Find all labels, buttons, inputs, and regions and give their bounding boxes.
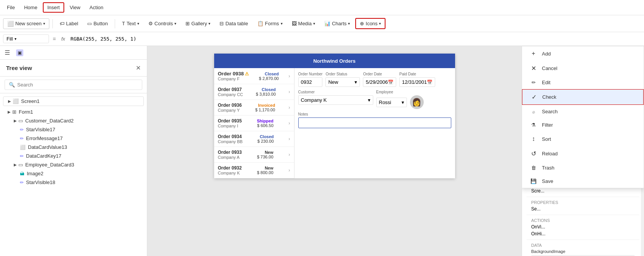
tree-item-starvisible17[interactable]: ✏ StarVisible17 <box>0 125 147 134</box>
tree-item-image2[interactable]: 🏔 Image2 <box>0 169 147 178</box>
menu-bar: File Home Insert View Action <box>0 0 644 15</box>
icon-menu-sort[interactable]: ↕ Sort <box>522 132 644 146</box>
icon-menu-check[interactable]: ✓ Check <box>522 89 644 105</box>
expand-screen1[interactable]: ▶ <box>8 99 11 103</box>
trash-symbol: 🗑 <box>530 165 537 171</box>
warning-icon-0938: ⚠ <box>245 71 249 77</box>
employee-dropdown[interactable]: Rossi ▾ <box>376 98 407 107</box>
order-status-0937: Closed <box>262 87 276 92</box>
order-row-0937[interactable]: Order 0937 Company CC Closed $ 3,810.00 … <box>214 84 294 100</box>
sidebar-close-button[interactable]: ✕ <box>136 64 141 72</box>
tree-item-errormessage17[interactable]: ✏ ErrorMessage17 <box>0 134 147 143</box>
menu-view[interactable]: View <box>66 3 84 12</box>
tree-item-starvisible18[interactable]: ✏ StarVisible18 <box>0 178 147 187</box>
icon-menu-cancel[interactable]: ✕ Cancel <box>522 61 644 76</box>
order-row-0938[interactable]: Order 0938 ⚠ Company F Closed $ 2,870.00… <box>214 68 294 84</box>
order-row-0932[interactable]: Order 0932 Company K New $ 800.00 › <box>214 163 294 178</box>
order-chevron-0934: › <box>288 136 290 142</box>
reload-label: Reload <box>542 151 558 157</box>
reload-symbol: ↺ <box>530 150 537 157</box>
label-button[interactable]: 🏷 Label <box>56 19 82 28</box>
formula-fx-label: fx <box>60 36 67 42</box>
menu-action[interactable]: Action <box>86 3 107 12</box>
cancel-label: Cancel <box>542 65 557 71</box>
icon-menu-trash[interactable]: 🗑 Trash <box>522 161 644 174</box>
icon-menu-edit[interactable]: ✏ Edit <box>522 76 644 89</box>
gallery-button[interactable]: ⊞ Gallery ▾ <box>182 19 214 28</box>
filter-label: Filter <box>542 122 553 128</box>
order-row-0935[interactable]: Order 0935 Company I Shipped $ 606.50 › <box>214 116 294 131</box>
search-input-wrap: 🔍 <box>5 80 142 90</box>
formula-input[interactable] <box>68 35 641 42</box>
new-screen-chevron: ▾ <box>43 21 45 26</box>
menu-file[interactable]: File <box>3 3 19 12</box>
paid-date-label: Paid Date <box>399 72 435 76</box>
data-table-button[interactable]: ⊟ Data table <box>216 19 252 28</box>
calendar-icon-order-date[interactable]: 📅 <box>388 80 394 85</box>
icon-menu-save[interactable]: 💾 Save <box>522 174 644 188</box>
panel-onvisible: OnVi... <box>531 224 635 230</box>
notes-label: Notes <box>298 112 451 116</box>
order-detail: Order Number 0932 Order Status New ▾ <box>294 68 455 178</box>
tree-item-customer-datacard2[interactable]: ▶ ▭ Customer_DataCard2 <box>0 116 147 125</box>
order-row-0933[interactable]: Order 0933 Company A New $ 736.00 › <box>214 147 294 163</box>
hamburger-icon[interactable]: ☰ <box>5 49 10 56</box>
sidebar-search: 🔍 <box>0 77 147 93</box>
order-status-0938: Closed <box>265 72 279 76</box>
notes-field: Notes <box>298 112 451 128</box>
new-screen-button[interactable]: ⬜ New screen ▾ <box>3 18 49 29</box>
controls-button[interactable]: ⚙ Controls ▾ <box>145 19 180 28</box>
image2-label: Image2 <box>27 171 43 176</box>
notes-input[interactable] <box>298 117 451 128</box>
order-date-input[interactable]: 5/29/2006 📅 <box>363 77 396 87</box>
tree-item-screen1[interactable]: ▶ ⬜ Screen1 <box>3 96 144 106</box>
icon-menu-add[interactable]: + Add <box>522 46 644 61</box>
save-label: Save <box>542 178 553 184</box>
customer-dropdown[interactable]: Company K ▾ <box>298 95 373 105</box>
cancel-symbol: ✕ <box>530 65 537 72</box>
expand-form1[interactable]: ▶ <box>8 110 11 114</box>
tree-item-datacardvalue13[interactable]: ⬜ DataCardValue13 <box>0 143 147 152</box>
media-button[interactable]: 🖼 Media ▾ <box>288 19 319 28</box>
order-number-input[interactable]: 0932 <box>298 77 323 87</box>
icon-menu-search[interactable]: ⌕ Search <box>522 105 644 118</box>
icons-button[interactable]: ⊕ Icons ▾ <box>355 18 385 29</box>
order-row-0934[interactable]: Order 0934 Company BB Closed $ 230.00 › <box>214 131 294 147</box>
tree-item-datacardkey17[interactable]: ✏ DataCardKey17 <box>0 152 147 160</box>
sort-label: Sort <box>542 136 551 142</box>
screen-icon: ⬜ <box>7 21 14 27</box>
expand-customer-datacard2[interactable]: ▶ <box>14 119 17 123</box>
button-icon: ▭ <box>87 21 92 26</box>
order-chevron-0936: › <box>289 105 290 110</box>
customer-label: Customer <box>298 90 373 94</box>
screen-icon-tree: ⬜ <box>13 98 19 104</box>
calendar-icon-paid-date[interactable]: 📅 <box>427 80 433 85</box>
app-content: Order 0938 ⚠ Company F Closed $ 2,870.00… <box>214 68 455 178</box>
order-status-0933: New <box>265 150 273 155</box>
edit-icon-em17: ✏ <box>20 136 24 141</box>
forms-button[interactable]: 📋 Forms ▾ <box>254 19 286 28</box>
paid-date-field: Paid Date 12/31/2001 📅 <box>399 72 435 87</box>
expand-employee-datacard3[interactable]: ▶ <box>14 163 17 167</box>
menu-insert[interactable]: Insert <box>43 2 65 13</box>
layers-icon[interactable]: ▣ <box>16 49 23 56</box>
property-selector[interactable]: Fill ▾ <box>3 34 49 43</box>
tree-item-employee-datacard3[interactable]: ▶ ▭ Employee_DataCard3 <box>0 160 147 169</box>
text-button[interactable]: T Text ▾ <box>118 19 143 28</box>
order-number-label: Order Number <box>298 72 323 76</box>
order-row-0936[interactable]: Order 0936 Company Y Invoiced $ 1,170.00… <box>214 100 294 116</box>
paid-date-input[interactable]: 12/31/2001 📅 <box>399 77 435 87</box>
order-status-0936: Invoiced <box>258 103 275 108</box>
button-button[interactable]: ▭ Button <box>83 19 112 28</box>
check-symbol: ✓ <box>530 93 538 101</box>
tree-item-form1[interactable]: ▶ ⊞ Form1 <box>0 108 147 116</box>
icon-menu-filter[interactable]: ⚗ Filter <box>522 118 644 132</box>
icon-menu-reload[interactable]: ↺ Reload <box>522 146 644 161</box>
customer-field: Customer Company K ▾ <box>298 90 373 109</box>
menu-home[interactable]: Home <box>20 3 41 12</box>
search-input[interactable] <box>17 82 138 88</box>
order-date-field: Order Date 5/29/2006 📅 <box>363 72 396 87</box>
image-icon-img2: 🏔 <box>20 171 24 176</box>
order-status-dropdown[interactable]: New ▾ <box>325 77 360 87</box>
charts-button[interactable]: 📊 Charts ▾ <box>320 19 354 28</box>
